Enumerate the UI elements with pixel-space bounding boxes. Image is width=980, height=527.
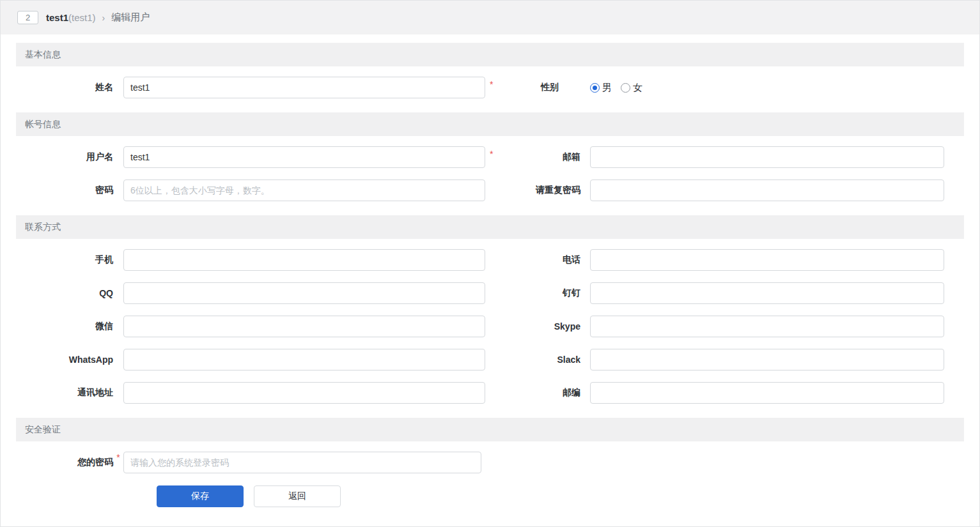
name-label: 姓名 (16, 82, 113, 93)
edit-user-form: 基本信息 姓名 * 性别 男 女 帐号信息 用户名 * 邮箱 (1, 43, 979, 507)
section-title: 帐号信息 (25, 119, 61, 130)
your-password-input[interactable] (123, 452, 481, 473)
skype-label: Skype (499, 321, 580, 332)
repeat-password-input[interactable] (590, 179, 944, 201)
breadcrumb-user-account: (test1) (68, 12, 96, 23)
name-input[interactable] (123, 77, 485, 98)
form-row-password-repeat: 密码 请重复密码 (16, 179, 964, 201)
email-input[interactable] (590, 146, 944, 168)
required-asterisk: * (485, 146, 499, 162)
form-row-name-gender: 姓名 * 性别 男 女 (16, 77, 964, 98)
postcode-input[interactable] (590, 382, 944, 404)
form-row-wechat-skype: 微信 Skype (16, 316, 964, 337)
slack-label: Slack (499, 355, 580, 365)
save-button[interactable]: 保存 (157, 485, 244, 507)
phone-input[interactable] (590, 249, 944, 271)
email-label: 邮箱 (499, 151, 580, 163)
breadcrumb-chevron-icon: › (102, 13, 105, 23)
form-actions: 保存 返回 (157, 485, 964, 507)
slack-input[interactable] (590, 349, 944, 370)
section-header-contact-info: 联系方式 (16, 215, 964, 239)
gender-radio-group: 男 女 (590, 82, 651, 94)
breadcrumb: 2 test1(test1) › 编辑用户 (1, 1, 979, 34)
wechat-input[interactable] (123, 316, 485, 337)
mobile-label: 手机 (16, 254, 113, 266)
gender-label: 性别 (499, 82, 580, 93)
form-row-qq-dingtalk: QQ 钉钉 (16, 282, 964, 304)
whatsapp-input[interactable] (123, 349, 485, 370)
section-title: 联系方式 (25, 222, 61, 233)
back-button[interactable]: 返回 (254, 485, 341, 507)
qq-label: QQ (16, 288, 113, 298)
radio-selected-icon[interactable] (590, 83, 600, 93)
form-row-mobile-phone: 手机 电话 (16, 249, 964, 271)
gender-male-label: 男 (602, 82, 612, 94)
password-input[interactable] (123, 179, 485, 201)
password-label: 密码 (16, 185, 113, 196)
section-title: 安全验证 (25, 424, 61, 436)
mobile-input[interactable] (123, 249, 485, 271)
address-input[interactable] (123, 382, 485, 404)
breadcrumb-page-title: 编辑用户 (111, 11, 150, 24)
form-row-username-email: 用户名 * 邮箱 (16, 146, 964, 168)
gender-option-male[interactable]: 男 (590, 82, 612, 94)
wechat-label: 微信 (16, 321, 113, 332)
radio-unselected-icon[interactable] (621, 83, 630, 93)
section-title: 基本信息 (25, 49, 61, 61)
form-row-address-postcode: 通讯地址 邮编 (16, 382, 964, 404)
section-header-security-verify: 安全验证 (16, 418, 964, 441)
form-row-whatsapp-slack: WhatsApp Slack (16, 349, 964, 370)
tab-count-badge: 2 (17, 11, 38, 24)
skype-input[interactable] (590, 316, 944, 337)
repeat-password-label: 请重复密码 (499, 185, 580, 196)
dingtalk-label: 钉钉 (499, 287, 580, 299)
gender-option-female[interactable]: 女 (621, 82, 642, 94)
your-password-label: 您的密码 (16, 457, 113, 468)
username-label: 用户名 (16, 151, 113, 163)
form-row-your-password: 您的密码 * (16, 452, 964, 473)
breadcrumb-user-name: test1 (46, 12, 68, 23)
phone-label: 电话 (499, 254, 580, 266)
username-input[interactable] (123, 146, 485, 168)
section-header-basic-info: 基本信息 (16, 43, 964, 66)
required-asterisk: * (113, 452, 123, 463)
postcode-label: 邮编 (499, 387, 580, 399)
qq-input[interactable] (123, 282, 485, 304)
whatsapp-label: WhatsApp (16, 355, 113, 365)
section-header-account-info: 帐号信息 (16, 112, 964, 136)
required-asterisk: * (485, 77, 499, 92)
address-label: 通讯地址 (16, 387, 113, 399)
gender-female-label: 女 (633, 82, 642, 94)
dingtalk-input[interactable] (590, 282, 944, 304)
